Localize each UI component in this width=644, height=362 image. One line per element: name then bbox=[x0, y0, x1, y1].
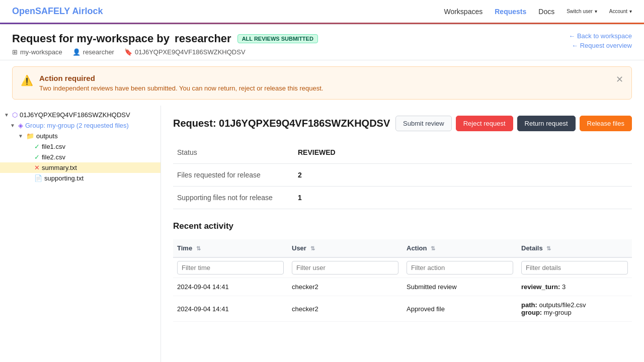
brand: OpenSAFELY Airlock bbox=[12, 6, 103, 17]
submit-review-button[interactable]: Submit review bbox=[395, 116, 452, 131]
file2-label: file2.csv bbox=[42, 153, 156, 161]
file1-icon: ✓ bbox=[34, 143, 40, 150]
nav-workspaces[interactable]: Workspaces bbox=[444, 8, 482, 16]
meta-user: 👤 researcher bbox=[72, 48, 114, 56]
nav-links: Workspaces Requests Docs Switch user ▾ A… bbox=[444, 8, 632, 16]
tree-outputs-folder[interactable]: ▼ 📁 outputs bbox=[0, 131, 160, 141]
nav-docs[interactable]: Docs bbox=[538, 8, 554, 16]
files-requested-label: Files requested for release bbox=[173, 164, 294, 187]
brand-suffix: Airlock bbox=[72, 6, 103, 16]
row1-time: 2024-09-04 14:41 bbox=[173, 278, 288, 296]
release-files-button[interactable]: Release files bbox=[580, 116, 632, 131]
return-request-button[interactable]: Return request bbox=[517, 116, 576, 131]
group-label: Group: my-group (2 requested files) bbox=[25, 122, 156, 129]
sort-time-icon: ⇅ bbox=[196, 245, 201, 251]
alert-body: Two independent reviews have been submit… bbox=[39, 84, 323, 92]
table-row: 2024-09-04 14:41 checker2 Approved file … bbox=[173, 296, 632, 322]
root-icon: ⬡ bbox=[12, 111, 18, 119]
alert-icon: ⚠️ bbox=[21, 74, 33, 92]
filter-details-input[interactable] bbox=[521, 261, 628, 275]
tree-root[interactable]: ▼ ⬡ 01J6YQPXE9Q4VF186SWZKHQDSV bbox=[0, 110, 160, 120]
row2-time: 2024-09-04 14:41 bbox=[173, 296, 288, 322]
col-action[interactable]: Action ⇅ bbox=[403, 239, 517, 257]
alert-banner: ⚠️ Action required Two independent revie… bbox=[12, 66, 632, 100]
meta-workspace: ⊞ my-workspace bbox=[12, 48, 62, 56]
reject-request-button[interactable]: Reject request bbox=[456, 116, 513, 131]
status-value: REVIEWED bbox=[294, 141, 632, 164]
account-dropdown[interactable]: Account ▾ bbox=[609, 9, 632, 14]
nav-requests[interactable]: Requests bbox=[495, 8, 526, 16]
page-title: Request for my-workspace by researcher A… bbox=[12, 32, 318, 45]
row2-action: Approved file bbox=[403, 296, 517, 322]
filter-user-input[interactable] bbox=[292, 261, 398, 275]
tree-file-file1[interactable]: ✓ file1.csv bbox=[0, 141, 160, 152]
supporting-label: supporting.txt bbox=[44, 174, 156, 182]
switch-user-label: Switch user bbox=[567, 9, 593, 14]
row1-action: Submitted review bbox=[403, 278, 517, 296]
row2-user: checker2 bbox=[288, 296, 403, 322]
sort-user-icon: ⇅ bbox=[310, 245, 315, 251]
activity-table: Time ⇅ User ⇅ Action ⇅ Details ⇅ bbox=[173, 239, 632, 322]
request-title: Request: 01J6YQPXE9Q4VF186SWZKHQDSV bbox=[173, 118, 390, 129]
table-row: 2024-09-04 14:41 checker2 Submitted revi… bbox=[173, 278, 632, 296]
action-buttons: Submit review Reject request Return requ… bbox=[395, 116, 632, 131]
root-label: 01J6YQPXE9Q4VF186SWZKHQDSV bbox=[20, 111, 156, 119]
summary-label: summary.txt bbox=[42, 164, 156, 171]
sidebar: ▼ ⬡ 01J6YQPXE9Q4VF186SWZKHQDSV ▼ ◈ Group… bbox=[0, 106, 161, 362]
activity-table-body: 2024-09-04 14:41 checker2 Submitted revi… bbox=[173, 278, 632, 322]
back-to-workspace-link[interactable]: ← Back to workspace bbox=[569, 32, 632, 40]
navbar: OpenSAFELY Airlock Workspaces Requests D… bbox=[0, 0, 644, 24]
file1-label: file1.csv bbox=[42, 143, 156, 150]
account-label: Account bbox=[609, 9, 627, 14]
workspace-icon: ⊞ bbox=[12, 48, 18, 56]
col-user[interactable]: User ⇅ bbox=[288, 239, 403, 257]
files-requested-value: 2 bbox=[294, 164, 632, 187]
activity-filter-row bbox=[173, 257, 632, 278]
page-header: Request for my-workspace by researcher A… bbox=[0, 24, 644, 60]
page-header-left: Request for my-workspace by researcher A… bbox=[12, 32, 318, 56]
supporting-label: Supporting files not for release bbox=[173, 187, 294, 209]
col-details[interactable]: Details ⇅ bbox=[517, 239, 632, 257]
tree-file-supporting[interactable]: 📄 supporting.txt bbox=[0, 173, 160, 184]
row1-details: review_turn: 3 bbox=[517, 278, 632, 296]
page-title-text: Request for my-workspace by researcher bbox=[12, 32, 231, 45]
supporting-value: 1 bbox=[294, 187, 632, 209]
status-row: Status REVIEWED bbox=[173, 141, 632, 164]
meta-request-id: 🔖 01J6YQPXE9Q4VF186SWZKHQDSV bbox=[124, 48, 246, 56]
outputs-folder-icon: 📁 bbox=[26, 132, 34, 140]
info-table: Status REVIEWED Files requested for rele… bbox=[173, 141, 632, 209]
request-header: Request: 01J6YQPXE9Q4VF186SWZKHQDSV Subm… bbox=[173, 116, 632, 131]
content-panel: Request: 01J6YQPXE9Q4VF186SWZKHQDSV Subm… bbox=[161, 106, 644, 362]
main-layout: ▼ ⬡ 01J6YQPXE9Q4VF186SWZKHQDSV ▼ ◈ Group… bbox=[0, 106, 644, 362]
tree-group[interactable]: ▼ ◈ Group: my-group (2 requested files) bbox=[0, 120, 160, 131]
filter-action-input[interactable] bbox=[407, 261, 513, 275]
row1-user: checker2 bbox=[288, 278, 403, 296]
activity-section-title: Recent activity bbox=[173, 221, 632, 231]
tree-file-file2[interactable]: ✓ file2.csv bbox=[0, 152, 160, 162]
user-icon: 👤 bbox=[72, 48, 80, 56]
switch-user-dropdown[interactable]: Switch user ▾ bbox=[567, 9, 597, 14]
alert-close-button[interactable]: ✕ bbox=[616, 74, 623, 85]
col-time[interactable]: Time ⇅ bbox=[173, 239, 288, 257]
sort-action-icon: ⇅ bbox=[431, 245, 435, 251]
supporting-icon: 📄 bbox=[34, 174, 42, 182]
request-overview-link[interactable]: ← Request overview bbox=[569, 42, 632, 49]
group-icon: ◈ bbox=[18, 122, 23, 129]
activity-table-head: Time ⇅ User ⇅ Action ⇅ Details ⇅ bbox=[173, 239, 632, 278]
switch-user-chevron: ▾ bbox=[595, 9, 597, 14]
page-meta: ⊞ my-workspace 👤 researcher 🔖 01J6YQPXE9… bbox=[12, 48, 318, 56]
tree-file-summary[interactable]: ✕ summary.txt bbox=[0, 162, 160, 173]
group-chevron: ▼ bbox=[10, 123, 16, 128]
page-header-right: ← Back to workspace ← Request overview bbox=[569, 32, 632, 49]
status-label: Status bbox=[173, 141, 294, 164]
row2-details: path: outputs/file2.csv group: my-group bbox=[517, 296, 632, 322]
supporting-files-row: Supporting files not for release 1 bbox=[173, 187, 632, 209]
root-chevron: ▼ bbox=[4, 112, 10, 118]
summary-icon: ✕ bbox=[34, 164, 40, 171]
sort-details-icon: ⇅ bbox=[546, 245, 551, 251]
request-icon: 🔖 bbox=[124, 48, 132, 56]
reviews-badge: ALL REVIEWS SUBMITTED bbox=[237, 34, 318, 43]
filter-time-input[interactable] bbox=[177, 261, 284, 275]
activity-column-headers: Time ⇅ User ⇅ Action ⇅ Details ⇅ bbox=[173, 239, 632, 257]
outputs-folder-label: outputs bbox=[36, 132, 156, 140]
